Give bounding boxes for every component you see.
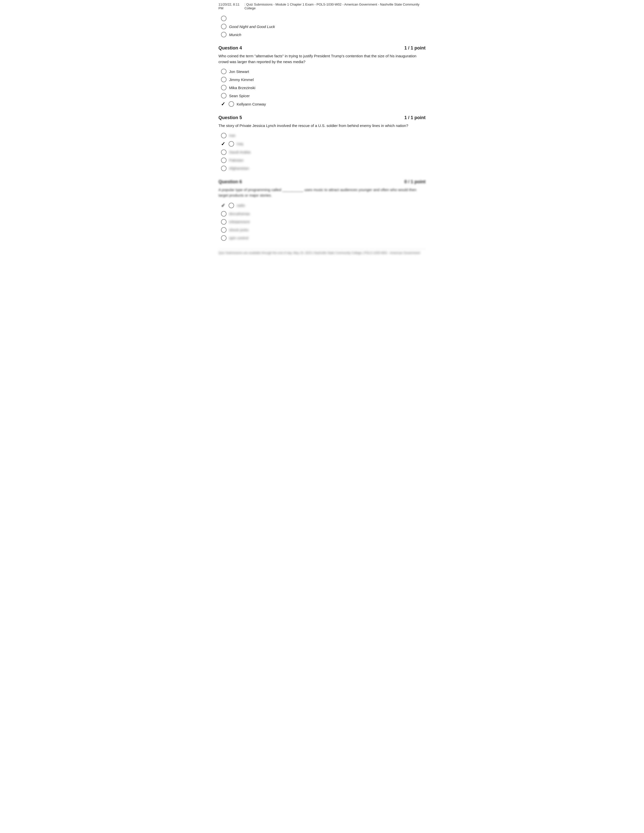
option-label: Iran bbox=[229, 133, 236, 138]
question-6-text: A popular type of programming called ___… bbox=[219, 187, 425, 198]
list-item bbox=[219, 16, 425, 21]
radio-icon[interactable] bbox=[221, 227, 227, 233]
list-item: Munich bbox=[219, 32, 425, 37]
radio-icon[interactable] bbox=[229, 141, 234, 147]
list-item: ✓ Iraq bbox=[219, 141, 425, 147]
page-header: 11/20/22, 8:11 PM : Quiz Submissions - M… bbox=[219, 3, 425, 11]
option-label: Jon Stewart bbox=[229, 69, 249, 74]
radio-icon[interactable] bbox=[221, 69, 227, 74]
radio-icon[interactable] bbox=[221, 93, 227, 98]
list-item: Good Night and Good Luck bbox=[219, 24, 425, 29]
option-label: infotainment bbox=[229, 220, 250, 224]
checkmark-icon: ✓ bbox=[221, 101, 225, 107]
page-footer: Quiz Submissions are available through t… bbox=[219, 249, 425, 255]
option-label: Munich bbox=[229, 32, 241, 37]
option-label: shock jocks bbox=[229, 228, 249, 232]
option-label: Saudi Arabia bbox=[229, 150, 251, 154]
radio-icon[interactable] bbox=[221, 32, 227, 37]
question-6-block: Question 6 0 / 1 point A popular type of… bbox=[219, 179, 425, 241]
list-item: Mika Brzezinski bbox=[219, 85, 425, 90]
footer-text: Quiz Submissions are available through t… bbox=[219, 251, 420, 255]
question-6-points: 0 / 1 point bbox=[404, 179, 425, 185]
list-item: ✓ radio bbox=[219, 203, 425, 209]
option-label: Kellyann Conway bbox=[237, 102, 266, 106]
list-item: ✓ Kellyann Conway bbox=[219, 101, 425, 107]
list-item: Pakistan bbox=[219, 158, 425, 163]
radio-icon[interactable] bbox=[229, 101, 234, 107]
radio-icon[interactable] bbox=[229, 203, 234, 208]
list-item: docudramas bbox=[219, 211, 425, 217]
checkmark-icon: ✓ bbox=[221, 203, 225, 209]
option-label: Jimmy Kimmel bbox=[229, 77, 254, 82]
option-label: radio bbox=[237, 203, 245, 207]
radio-icon[interactable] bbox=[221, 85, 227, 90]
radio-icon[interactable] bbox=[221, 235, 227, 241]
list-item: infotainment bbox=[219, 219, 425, 225]
radio-icon[interactable] bbox=[221, 166, 227, 171]
radio-icon[interactable] bbox=[221, 77, 227, 82]
option-label: Mika Brzezinski bbox=[229, 85, 255, 90]
question-4-header: Question 4 1 / 1 point bbox=[219, 45, 425, 51]
header-title: : Quiz Submissions - Module 1 Chapter 1 … bbox=[245, 3, 425, 10]
question-5-points: 1 / 1 point bbox=[404, 115, 425, 121]
radio-icon[interactable] bbox=[221, 24, 227, 29]
radio-icon[interactable] bbox=[221, 211, 227, 217]
question-4-text: Who coined the term "alternative facts" … bbox=[219, 53, 425, 64]
question-4-block: Question 4 1 / 1 point Who coined the te… bbox=[219, 45, 425, 107]
list-item: Iran bbox=[219, 133, 425, 138]
question-5-text: The story of Private Jessica Lynch invol… bbox=[219, 123, 425, 129]
list-item: shock jocks bbox=[219, 227, 425, 233]
radio-icon[interactable] bbox=[221, 150, 227, 155]
question-4-number: Question 4 bbox=[219, 45, 242, 51]
list-item: Afghanistan bbox=[219, 166, 425, 171]
question-3-options: Good Night and Good Luck Munich bbox=[219, 16, 425, 37]
radio-icon[interactable] bbox=[221, 219, 227, 225]
list-item: Sean Spicer bbox=[219, 93, 425, 98]
question-4-points: 1 / 1 point bbox=[404, 45, 425, 51]
radio-icon[interactable] bbox=[221, 16, 227, 21]
option-label: Iraq bbox=[237, 142, 243, 146]
option-label: Afghanistan bbox=[229, 166, 249, 170]
list-item: Jimmy Kimmel bbox=[219, 77, 425, 82]
radio-icon[interactable] bbox=[221, 158, 227, 163]
option-label: docudramas bbox=[229, 212, 250, 216]
list-item: Jon Stewart bbox=[219, 69, 425, 74]
option-label: spin control bbox=[229, 236, 248, 240]
question-6-header: Question 6 0 / 1 point bbox=[219, 179, 425, 185]
option-label: Sean Spicer bbox=[229, 94, 250, 98]
question-5-header: Question 5 1 / 1 point bbox=[219, 115, 425, 121]
list-item: spin control bbox=[219, 235, 425, 241]
radio-icon[interactable] bbox=[221, 133, 227, 138]
checkmark-icon: ✓ bbox=[221, 141, 225, 147]
option-label: Pakistan bbox=[229, 158, 244, 162]
question-5-number: Question 5 bbox=[219, 115, 242, 121]
option-label: Good Night and Good Luck bbox=[229, 24, 275, 29]
header-date: 11/20/22, 8:11 PM bbox=[219, 3, 245, 10]
question-6-number: Question 6 bbox=[219, 179, 242, 185]
question-5-block: Question 5 1 / 1 point The story of Priv… bbox=[219, 115, 425, 171]
list-item: Saudi Arabia bbox=[219, 150, 425, 155]
